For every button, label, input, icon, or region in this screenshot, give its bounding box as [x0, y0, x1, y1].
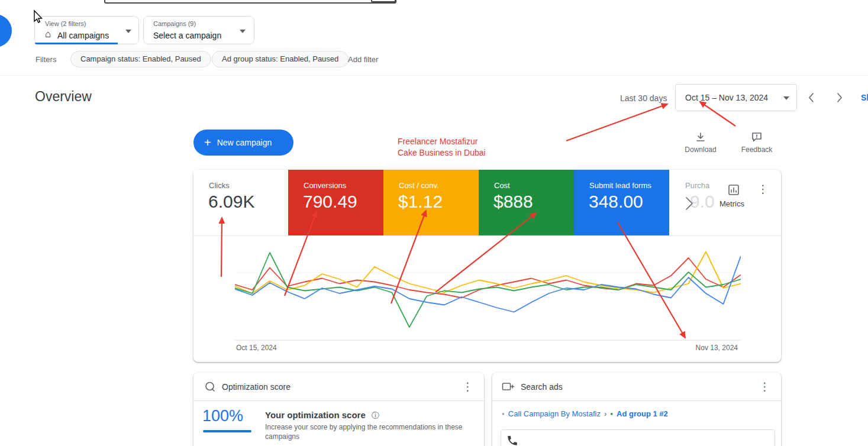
x-axis-start-label: Oct 15, 2024: [236, 344, 277, 352]
chevron-down-icon: [783, 96, 789, 100]
download-button[interactable]: Download: [677, 131, 724, 154]
download-label: Download: [677, 146, 724, 154]
status-dot-gray: ●: [502, 412, 505, 416]
chevron-down-icon: [240, 30, 246, 33]
feedback-label: Feedback: [733, 146, 780, 154]
view-selector-label: View (2 filters): [45, 20, 86, 27]
scorecard-value: 6.09K: [208, 192, 254, 212]
card-header-divider: [193, 400, 484, 401]
filters-label: Filters: [36, 55, 56, 64]
date-range-value: Oct 15 – Nov 13, 2024: [685, 93, 768, 102]
overflow-menu-icon[interactable]: ⋮: [759, 381, 770, 392]
scorecard-submit-lead-forms[interactable]: Submit lead forms 348.00: [574, 170, 669, 235]
scorecard-divider: [193, 235, 781, 236]
optimization-heading-text: Your optimization score: [265, 410, 366, 420]
search-ads-card: Search ads ⋮ ● Call Campaign By Mostafiz…: [492, 373, 781, 446]
annotation-line-1: Freelancer Mostafizur: [398, 136, 486, 147]
chevron-down-icon: [125, 30, 131, 33]
optimization-score-bar: [203, 430, 251, 432]
campaign-selector-value: Select a campaign: [153, 31, 221, 40]
ad-phone-field[interactable]: [501, 429, 775, 446]
annotation-text: Freelancer Mostafizur Cake Business in D…: [398, 136, 486, 159]
scorecard-label: Submit lead forms: [589, 181, 651, 190]
campaign-link[interactable]: Call Campaign By Mostafiz: [508, 409, 601, 418]
filter-chip-ad-group-status[interactable]: Ad group status: Enabled, Paused: [212, 51, 349, 67]
optimization-score-heading: Your optimization score ⓘ: [265, 410, 379, 421]
view-selector-value: All campaigns: [57, 31, 109, 40]
scorecard-purchases-label-partial: Purcha: [685, 181, 709, 190]
metrics-button[interactable]: Metrics: [712, 182, 754, 211]
card-title: Search ads: [521, 382, 563, 392]
section-divider: [0, 75, 868, 76]
scorecard-label: Clicks: [209, 181, 230, 190]
scorecard-conversions[interactable]: Conversions 790.49: [288, 170, 383, 235]
ad-group-link[interactable]: Ad group 1 #2: [617, 409, 668, 418]
campaign-selector[interactable]: Campaigns (9) Select a campaign: [143, 16, 254, 44]
scorecard-cost[interactable]: Cost $888: [479, 170, 574, 235]
card-header-divider: [492, 400, 781, 401]
mouse-cursor: [31, 9, 43, 25]
show-link-partial[interactable]: Sh: [861, 93, 868, 102]
optimization-score-value: 100%: [202, 407, 243, 425]
filter-chip-campaign-status[interactable]: Campaign status: Enabled, Paused: [70, 51, 211, 67]
overflow-menu-icon[interactable]: ⋮: [757, 183, 769, 195]
arrow-to-last-30-days: [566, 104, 667, 141]
previous-period-button[interactable]: [805, 91, 819, 105]
search-bar-partial[interactable]: [104, 0, 396, 4]
annotation-line-2: Cake Business in Dubai: [398, 147, 486, 159]
feedback-button[interactable]: Feedback: [733, 131, 780, 154]
x-axis-end-label: Nov 13, 2024: [690, 344, 738, 352]
campaign-selector-label: Campaigns (9): [153, 20, 196, 27]
scorecard-cost-per-conv[interactable]: Cost / conv. $1.12: [383, 170, 479, 235]
info-icon[interactable]: ⓘ: [372, 411, 379, 420]
search-bar-button-partial[interactable]: [371, 0, 396, 2]
active-view-underline: [35, 43, 118, 44]
new-campaign-label: New campaign: [217, 138, 272, 147]
scorecard-label: Conversions: [304, 181, 346, 190]
date-range-picker[interactable]: Oct 15 – Nov 13, 2024: [675, 84, 797, 111]
card-title: Optimization score: [222, 382, 291, 392]
overflow-menu-icon[interactable]: ⋮: [462, 381, 473, 392]
metrics-icon: [728, 184, 740, 196]
scorecard-value: 790.49: [303, 192, 357, 212]
phone-icon: [506, 435, 518, 446]
scorecard-value: 348.00: [589, 192, 643, 212]
download-icon: [695, 131, 706, 143]
performance-chart[interactable]: [235, 240, 741, 343]
date-range-preset-label: Last 30 days: [620, 93, 667, 103]
app-logo-partial: [0, 14, 12, 47]
feedback-icon: [751, 131, 763, 143]
breadcrumb-separator: ›: [604, 409, 606, 418]
home-icon: ⌂: [45, 29, 51, 39]
new-campaign-button[interactable]: + New campaign: [193, 130, 293, 156]
optimization-score-description: Increase your score by applying the reco…: [265, 422, 476, 441]
optimization-score-card: Optimization score ⋮ 100% Your optimizat…: [193, 373, 484, 446]
google-ads-overview-page: View (2 filters) ⌂ All campaigns Campaig…: [0, 0, 868, 446]
plus-icon: +: [204, 137, 211, 148]
status-dot-green: ●: [610, 412, 613, 416]
page-title: Overview: [35, 89, 92, 105]
next-period-button[interactable]: [832, 91, 846, 105]
breadcrumb: ● Call Campaign By Mostafiz › ● Ad group…: [502, 409, 668, 418]
view-selector[interactable]: View (2 filters) ⌂ All campaigns: [34, 16, 139, 44]
performance-overview-card: Clicks 6.09K Conversions 790.49 Cost / c…: [193, 170, 781, 362]
scorecard-value: $1.12: [398, 192, 443, 212]
metrics-label: Metrics: [719, 199, 744, 208]
scorecard-value: $888: [493, 192, 533, 212]
scorecard-label: Cost / conv.: [399, 181, 439, 190]
add-filter-button[interactable]: Add filter: [348, 55, 378, 64]
scorecard-label: Cost: [494, 181, 510, 190]
search-ads-icon: [502, 382, 515, 392]
scroll-scorecards-right-button[interactable]: [682, 196, 695, 211]
scorecard-clicks[interactable]: Clicks 6.09K: [193, 170, 289, 235]
optimization-score-icon: [204, 381, 216, 393]
